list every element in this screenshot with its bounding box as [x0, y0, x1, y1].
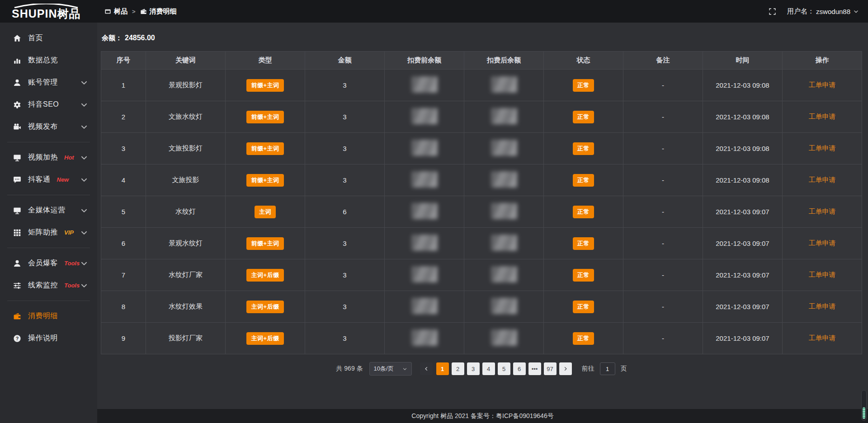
- ticket-request-link[interactable]: 工单申请: [809, 271, 836, 278]
- page-size-select[interactable]: 10条/页: [369, 362, 412, 376]
- sidebar-item-douyin-seo[interactable]: 抖音SEO: [0, 94, 97, 116]
- sidebar-item-account-management[interactable]: 账号管理: [0, 71, 97, 94]
- status-cell: 正常: [544, 133, 623, 164]
- sidebar-item-data-overview[interactable]: 数据总览: [0, 49, 97, 71]
- sliders-icon: [13, 282, 21, 290]
- page-button-2[interactable]: 2: [452, 362, 464, 375]
- time-cell: 2021-12-03 09:07: [703, 259, 783, 291]
- balance-value: 24856.00: [125, 34, 155, 42]
- row-index-cell: 2: [101, 101, 146, 133]
- column-header: 备注: [623, 52, 703, 70]
- note-cell: -: [623, 164, 703, 196]
- sidebar-item-lead-monitoring[interactable]: 线索监控Tools: [0, 274, 97, 296]
- question-icon: ?: [13, 334, 21, 343]
- ticket-request-link[interactable]: 工单申请: [809, 334, 836, 342]
- type-cell: 前缀+主词: [226, 164, 305, 196]
- column-header: 状态: [544, 52, 623, 70]
- balance-before-cell: [385, 196, 464, 228]
- sidebar-item-tag: New: [57, 176, 69, 183]
- ticket-request-link[interactable]: 工单申请: [809, 81, 836, 89]
- page-button-97[interactable]: 97: [544, 362, 557, 375]
- page-button-4[interactable]: 4: [482, 362, 495, 375]
- sidebar-item-tag: VIP: [64, 229, 74, 236]
- sidebar-item-video-heating[interactable]: 视频加热Hot: [0, 146, 97, 169]
- action-cell: 工单申请: [783, 196, 862, 228]
- sidebar-item-operation-guide[interactable]: ?操作说明: [0, 327, 97, 349]
- balance-before-redacted: [411, 298, 438, 314]
- ticket-request-link[interactable]: 工单申请: [809, 113, 836, 120]
- sidebar-item-consumption-detail[interactable]: 消费明细: [0, 305, 97, 327]
- sidebar-item-label: 视频加热: [28, 153, 58, 162]
- sidebar-item-video-publish[interactable]: 视频发布: [0, 116, 97, 138]
- balance-before-cell: [385, 70, 464, 101]
- chevron-down-icon: [402, 367, 407, 371]
- svg-text:?: ?: [16, 335, 19, 341]
- wallet-icon: [140, 8, 147, 15]
- fullscreen-icon[interactable]: [769, 8, 776, 15]
- sidebar-item-omni-media-operation[interactable]: 全媒体运营: [0, 199, 97, 221]
- keyword-cell: 投影灯厂家: [146, 323, 226, 354]
- amount-cell: 3: [305, 228, 385, 259]
- ticket-request-link[interactable]: 工单申请: [809, 302, 836, 310]
- page-size-value: 10条/页: [374, 365, 394, 373]
- sidebar-divider: [7, 195, 90, 195]
- breadcrumb-item-current[interactable]: 消费明细: [140, 7, 177, 16]
- logo-text-en: SHUPIN: [12, 7, 57, 20]
- note-cell: -: [623, 259, 703, 291]
- breadcrumb-label: 树品: [114, 7, 127, 16]
- sidebar-item-douketong[interactable]: 抖客通New: [0, 169, 97, 191]
- keyword-cell: 景观水纹灯: [146, 228, 226, 259]
- balance-before-redacted: [411, 171, 438, 188]
- sidebar-item-member-baoke[interactable]: 会员爆客Tools: [0, 252, 97, 274]
- ticket-request-link[interactable]: 工单申请: [809, 239, 836, 247]
- page-button-1[interactable]: 1: [436, 362, 449, 375]
- scrollbar-thumb[interactable]: [863, 407, 865, 419]
- page-button-3[interactable]: 3: [467, 362, 480, 375]
- action-cell: 工单申请: [783, 323, 862, 354]
- sidebar-item-label: 首页: [28, 33, 43, 43]
- breadcrumb-separator: >: [132, 8, 136, 15]
- status-badge: 正常: [573, 111, 594, 123]
- pagination-prev-button[interactable]: [420, 362, 433, 375]
- balance-after-redacted: [491, 140, 517, 156]
- pagination-ellipsis[interactable]: •••: [528, 362, 541, 375]
- status-badge: 正常: [573, 206, 594, 218]
- balance-after-cell: [464, 291, 544, 323]
- status-badge: 正常: [573, 269, 594, 282]
- note-cell: -: [623, 196, 703, 228]
- note-cell: -: [623, 133, 703, 164]
- sidebar-item-matrix-boost[interactable]: 矩阵助推VIP: [0, 221, 97, 244]
- time-cell: 2021-12-03 09:08: [703, 164, 783, 196]
- action-cell: 工单申请: [783, 133, 862, 164]
- type-badge: 主词+后缀: [246, 332, 283, 345]
- time-cell: 2021-12-03 09:08: [703, 101, 783, 133]
- time-cell: 2021-12-03 09:08: [703, 133, 783, 164]
- goto-page-input[interactable]: [600, 362, 615, 375]
- user-menu[interactable]: 用户名： zswodun88: [787, 7, 859, 16]
- window-icon: [104, 8, 111, 15]
- chevron-down-icon: [80, 259, 88, 268]
- note-cell: -: [623, 101, 703, 133]
- type-cell: 主词+后缀: [226, 323, 305, 354]
- ticket-request-link[interactable]: 工单申请: [809, 176, 836, 183]
- balance-before-redacted: [411, 203, 438, 219]
- status-cell: 正常: [544, 323, 623, 354]
- sidebar-item-home[interactable]: 首页: [0, 27, 97, 49]
- main-content: 余额：24856.00 序号关键词类型金额扣费前余额扣费后余额状态备注时间操作 …: [97, 23, 868, 423]
- keyword-cell: 水纹灯效果: [146, 291, 226, 323]
- balance-before-redacted: [411, 266, 438, 282]
- ticket-request-link[interactable]: 工单申请: [809, 207, 836, 215]
- action-cell: 工单申请: [783, 70, 862, 101]
- balance-before-cell: [385, 259, 464, 291]
- breadcrumb-item-home[interactable]: 树品: [104, 7, 127, 16]
- pagination-next-button[interactable]: [559, 362, 572, 375]
- ticket-request-link[interactable]: 工单申请: [809, 144, 836, 152]
- action-cell: 工单申请: [783, 228, 862, 259]
- status-cell: 正常: [544, 259, 623, 291]
- sidebar-item-label: 操作说明: [28, 334, 58, 343]
- page-button-5[interactable]: 5: [498, 362, 510, 375]
- amount-cell: 3: [305, 323, 385, 354]
- status-badge: 正常: [573, 301, 594, 313]
- app-logo[interactable]: SHUPIN树品: [0, 4, 97, 19]
- page-button-6[interactable]: 6: [513, 362, 526, 375]
